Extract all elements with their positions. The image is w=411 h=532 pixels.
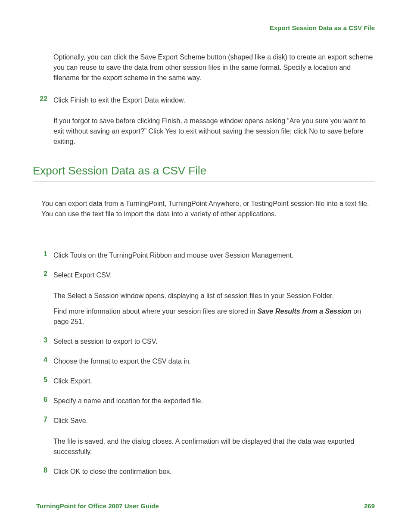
- step-number: 22: [37, 95, 53, 147]
- subtext-prefix: Find more information about where your s…: [53, 308, 257, 315]
- footer-page-number: 269: [364, 502, 375, 510]
- step-text: Click Tools on the TurningPoint Ribbon a…: [53, 250, 375, 261]
- step-5: 5 Click Export.: [53, 376, 375, 386]
- step-text: Click OK to close the confirmation box.: [53, 467, 375, 477]
- step-number: 2: [37, 270, 53, 327]
- step-3: 3 Select a session to export to CSV.: [53, 336, 375, 347]
- intro-paragraph: Optionally, you can click the Save Expor…: [53, 52, 375, 83]
- step-4: 4 Choose the format to export the CSV da…: [53, 356, 375, 367]
- page-footer: TurningPoint for Office 2007 User Guide …: [36, 496, 375, 510]
- save-results-link[interactable]: Save Results from a Session: [257, 308, 352, 315]
- step-text: Click Finish to exit the Export Data win…: [53, 95, 375, 106]
- step-8: 8 Click OK to close the confirmation box…: [53, 467, 375, 477]
- step-7: 7 Click Save. The file is saved, and the…: [53, 416, 375, 457]
- step-number: 7: [37, 416, 53, 457]
- section-intro: You can export data from a TurningPoint,…: [41, 199, 375, 219]
- step-number: 5: [37, 376, 53, 386]
- step-1: 1 Click Tools on the TurningPoint Ribbon…: [53, 250, 375, 261]
- step-text: Choose the format to export the CSV data…: [53, 356, 375, 367]
- step-2: 2 Select Export CSV. The Select a Sessio…: [53, 270, 375, 327]
- step-number: 4: [37, 356, 53, 367]
- step-text: Click Export.: [53, 376, 375, 386]
- step-22: 22 Click Finish to exit the Export Data …: [53, 95, 375, 147]
- step-number: 6: [37, 396, 53, 406]
- step-subtext-2: Find more information about where your s…: [53, 306, 375, 327]
- step-subtext: If you forgot to save before clicking Fi…: [53, 116, 375, 147]
- step-number: 1: [37, 250, 53, 261]
- step-subtext: The file is saved, and the dialog closes…: [53, 436, 375, 457]
- section-heading: Export Session Data as a CSV File: [33, 164, 375, 177]
- step-text: Specify a name and location for the expo…: [53, 396, 375, 406]
- page-header-title: Export Session Data as a CSV File: [36, 24, 375, 31]
- step-text: Select Export CSV.: [53, 270, 375, 280]
- footer-guide-title: TurningPoint for Office 2007 User Guide: [36, 502, 159, 510]
- step-subtext: The Select a Session window opens, displ…: [53, 291, 375, 301]
- step-text: Click Save.: [53, 416, 375, 426]
- step-6: 6 Specify a name and location for the ex…: [53, 396, 375, 406]
- section-rule: [33, 181, 375, 181]
- step-number: 3: [37, 336, 53, 347]
- step-number: 8: [37, 467, 53, 477]
- step-text: Select a session to export to CSV.: [53, 336, 375, 347]
